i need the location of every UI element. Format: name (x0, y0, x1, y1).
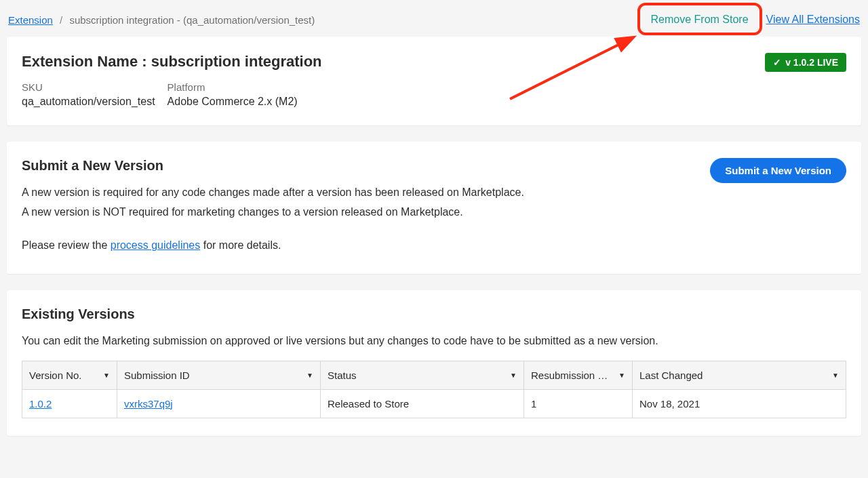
extension-header-card: Extension Name : subscription integratio… (7, 37, 861, 125)
version-link[interactable]: 1.0.2 (29, 398, 52, 410)
col-version[interactable]: Version No. ▼ (22, 361, 117, 389)
submit-review-line: Please review the process guidelines for… (22, 236, 696, 254)
remove-from-store-link[interactable]: Remove From Store (642, 9, 758, 30)
sort-caret-icon: ▼ (307, 372, 313, 379)
sort-caret-icon: ▼ (832, 372, 839, 379)
versions-table: Version No. ▼ Submission ID ▼ Status (22, 361, 846, 418)
submission-id-link[interactable]: vxrks37q9j (124, 398, 173, 410)
submit-section-title: Submit a New Version (22, 158, 696, 174)
breadcrumb-root-link[interactable]: Extension (8, 14, 53, 26)
submit-desc-line2: A new version is NOT required for market… (22, 203, 696, 221)
platform-value: Adobe Commerce 2.x (M2) (167, 96, 298, 108)
submit-desc-line1: A new version is required for any code c… (22, 183, 696, 201)
sort-caret-icon: ▼ (510, 372, 517, 379)
col-status[interactable]: Status ▼ (321, 361, 524, 389)
view-all-extensions-link[interactable]: View All Extensions (766, 14, 860, 26)
extension-name: subscription integration (151, 53, 322, 70)
breadcrumb: Extension / subscription integration - (… (8, 14, 315, 26)
col-resubmission[interactable]: Resubmission … ▼ (524, 361, 633, 389)
sku-label: SKU (22, 81, 155, 93)
resubmission-cell: 1 (524, 389, 633, 418)
existing-versions-title: Existing Versions (22, 306, 846, 322)
submit-review-suffix: for more details. (200, 239, 281, 251)
table-row: 1.0.2vxrks37q9jReleased to Store1Nov 18,… (22, 389, 846, 418)
col-last-changed[interactable]: Last Changed ▼ (633, 361, 846, 389)
sort-caret-icon: ▼ (618, 372, 625, 379)
extension-title: Extension Name : subscription integratio… (22, 53, 322, 71)
col-submission-label: Submission ID (124, 370, 190, 381)
extension-title-prefix: Extension Name : (22, 53, 151, 70)
process-guidelines-link[interactable]: process guidelines (111, 239, 201, 251)
existing-versions-desc: You can edit the Marketing submission on… (22, 332, 846, 350)
breadcrumb-current: subscription integration - (qa_automatio… (69, 14, 315, 26)
platform-label: Platform (167, 81, 298, 93)
col-status-label: Status (328, 370, 357, 381)
col-last-changed-label: Last Changed (639, 370, 703, 381)
live-version-text: v 1.0.2 LIVE (785, 57, 838, 68)
sort-caret-icon: ▼ (103, 372, 110, 379)
col-resubmission-label: Resubmission … (531, 370, 608, 381)
last-changed-cell: Nov 18, 2021 (633, 389, 846, 418)
existing-versions-card: Existing Versions You can edit the Marke… (7, 290, 861, 436)
submit-new-version-card: Submit a New Version A new version is re… (7, 142, 861, 274)
col-version-label: Version No. (29, 370, 82, 381)
submit-new-version-button[interactable]: Submit a New Version (710, 158, 846, 183)
sku-value: qa_automation/version_test (22, 96, 155, 108)
col-submission[interactable]: Submission ID ▼ (117, 361, 321, 389)
check-icon: ✓ (773, 58, 781, 67)
submit-review-prefix: Please review the (22, 239, 111, 251)
status-cell: Released to Store (321, 389, 524, 418)
live-version-badge: ✓ v 1.0.2 LIVE (765, 53, 846, 72)
breadcrumb-separator: / (60, 14, 62, 26)
